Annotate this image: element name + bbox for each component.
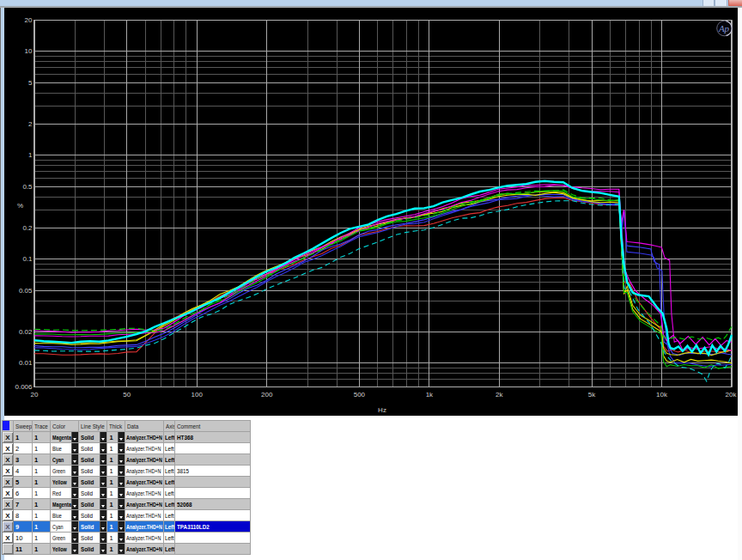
svg-text:2: 2 (28, 120, 33, 128)
svg-text:500: 500 (354, 391, 366, 399)
svg-text:20: 20 (25, 16, 33, 24)
svg-text:0.1: 0.1 (22, 255, 33, 263)
svg-text:0.02: 0.02 (19, 328, 33, 336)
svg-text:0.2: 0.2 (22, 224, 33, 232)
svg-text:5k: 5k (588, 391, 596, 399)
svg-text:20k: 20k (726, 391, 738, 399)
svg-text:1: 1 (28, 151, 33, 159)
svg-text:20: 20 (31, 391, 39, 399)
svg-text:Ap: Ap (718, 23, 730, 33)
svg-text:Hz: Hz (378, 406, 386, 414)
svg-text:10: 10 (25, 47, 33, 55)
svg-text:1k: 1k (426, 391, 434, 399)
svg-text:%: % (17, 202, 23, 210)
svg-text:0.01: 0.01 (19, 359, 33, 367)
svg-text:100: 100 (192, 391, 204, 399)
svg-text:2k: 2k (496, 391, 503, 399)
svg-text:10k: 10k (656, 391, 668, 399)
svg-text:5: 5 (28, 79, 33, 87)
svg-text:0.05: 0.05 (19, 287, 33, 295)
svg-text:200: 200 (261, 391, 273, 399)
svg-text:0.006: 0.006 (15, 383, 33, 391)
svg-text:50: 50 (123, 391, 131, 399)
svg-text:0.5: 0.5 (22, 183, 33, 191)
